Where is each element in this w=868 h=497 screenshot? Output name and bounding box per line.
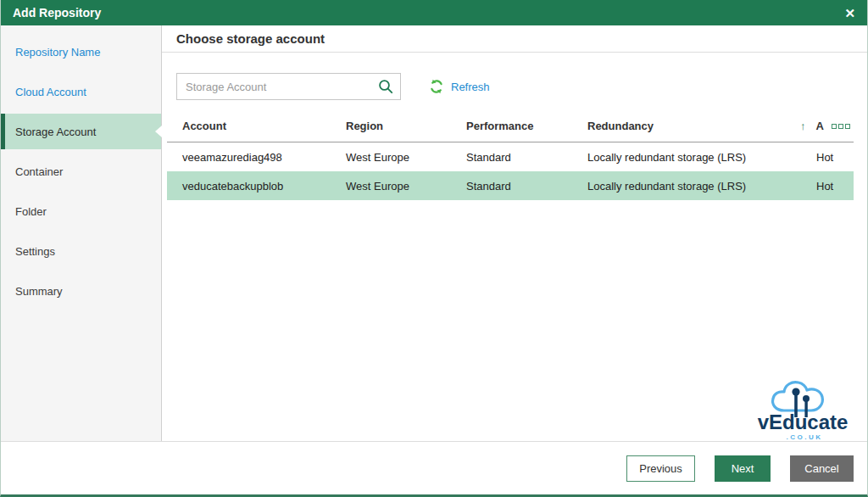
cell-redundancy: Locally redundant storage (LRS) (587, 180, 800, 193)
cell-tier: Hot (800, 151, 854, 164)
logo-text: vEducate (758, 410, 849, 433)
table-row-selected[interactable]: veducatebackupblob West Europe Standard … (167, 171, 854, 200)
add-repository-dialog: Add Repository ✕ Repository Name Cloud A… (0, 0, 868, 497)
step-content: Choose storage account (162, 25, 867, 441)
cell-region: West Europe (346, 180, 466, 193)
column-header-performance[interactable]: Performance (466, 120, 587, 132)
page-title: Choose storage account (162, 25, 867, 53)
previous-button[interactable]: Previous (626, 455, 695, 482)
cell-performance: Standard (466, 180, 587, 193)
cancel-button[interactable]: Cancel (790, 455, 854, 482)
logo-suffix: .CO.UK (787, 433, 823, 441)
column-chooser-icon[interactable] (832, 124, 850, 129)
dialog-body: Repository Name Cloud Account Storage Ac… (1, 25, 867, 441)
sidebar-item-summary: Summary (1, 271, 161, 311)
cell-redundancy: Locally redundant storage (LRS) (587, 151, 800, 164)
refresh-icon (429, 79, 444, 94)
cell-performance: Standard (466, 151, 587, 164)
refresh-button[interactable]: Refresh (429, 79, 490, 94)
cell-region: West Europe (346, 151, 466, 164)
sidebar-item-storage-account[interactable]: Storage Account (1, 114, 161, 149)
sidebar-item-settings: Settings (1, 232, 161, 271)
refresh-label: Refresh (451, 81, 490, 93)
footer: Previous Next Cancel (1, 441, 867, 494)
table-header-row: Account Region Performance Redundancy ↑ … (167, 110, 854, 142)
next-button[interactable]: Next (715, 455, 771, 482)
titlebar: Add Repository ✕ (1, 0, 867, 25)
sort-ascending-icon[interactable]: ↑ (800, 120, 806, 132)
close-icon[interactable]: ✕ (844, 7, 855, 20)
table-row[interactable]: veeamazurediag498 West Europe Standard L… (167, 142, 854, 171)
sidebar-item-folder: Folder (1, 192, 161, 232)
veducate-logo: vEducate .CO.UK (748, 377, 857, 444)
cell-account: veeamazurediag498 (167, 151, 346, 164)
dialog-title: Add Repository (13, 6, 101, 20)
cell-account: veducatebackupblob (167, 180, 346, 193)
cell-tier: Hot (800, 180, 854, 193)
storage-account-table: Account Region Performance Redundancy ↑ … (167, 110, 854, 200)
column-header-region[interactable]: Region (346, 120, 466, 132)
search-icon[interactable] (378, 79, 393, 94)
wizard-steps-sidebar: Repository Name Cloud Account Storage Ac… (1, 25, 162, 441)
sidebar-item-cloud-account[interactable]: Cloud Account (1, 72, 161, 112)
search-input[interactable] (176, 73, 401, 100)
column-header-account[interactable]: Account (167, 120, 346, 132)
column-header-tier-controls: ↑ A (800, 120, 854, 132)
toolbar: Refresh (176, 73, 867, 100)
sidebar-item-repository-name[interactable]: Repository Name (1, 32, 161, 72)
sort-alpha-label[interactable]: A (816, 120, 824, 132)
sidebar-item-container: Container (1, 152, 161, 192)
column-header-redundancy[interactable]: Redundancy (587, 120, 800, 132)
search-box (176, 73, 401, 100)
